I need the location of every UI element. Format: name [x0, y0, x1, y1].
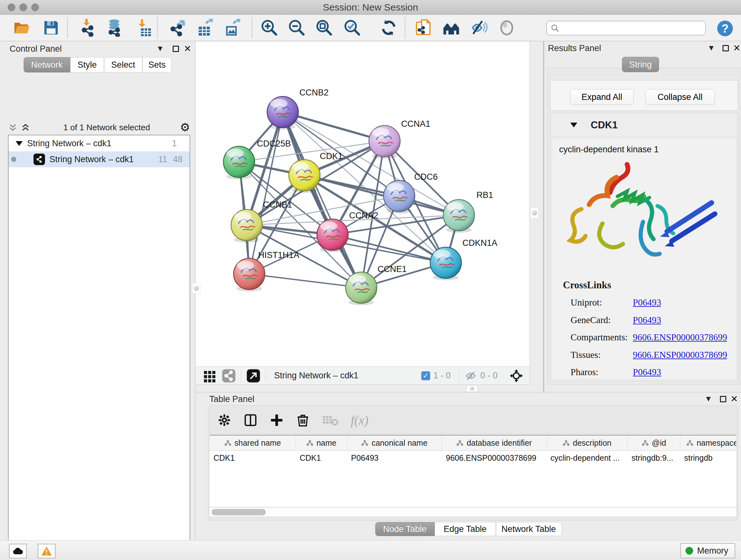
right-splitter-handle[interactable] — [530, 207, 539, 219]
add-column-icon[interactable] — [270, 413, 284, 427]
table-cell[interactable]: CDK1 — [296, 451, 347, 465]
grid-view-icon[interactable] — [203, 369, 217, 383]
gear-icon[interactable]: ⚙ — [180, 122, 190, 133]
table-panel-float-icon[interactable] — [720, 396, 726, 402]
network-node-CCNB1[interactable]: CCNB1 — [231, 200, 292, 243]
collapse-all-icon[interactable] — [8, 123, 17, 132]
table-row[interactable]: CDK1CDK1P064939606.ENSP00000378699cyclin… — [210, 451, 736, 465]
import-table-button[interactable] — [135, 19, 153, 37]
network-edge[interactable] — [283, 112, 361, 288]
network-node-CCNE1[interactable]: CCNE1 — [346, 264, 407, 305]
crosslink-value-link[interactable]: 9606.ENSP00000378699 — [633, 332, 727, 343]
tab-edge-table[interactable]: Edge Table — [434, 522, 496, 536]
show-all-button[interactable] — [442, 19, 460, 37]
hide-selected-button[interactable] — [470, 19, 488, 37]
column-header-database-identifier[interactable]: database identifier — [442, 435, 547, 450]
network-node-HIST1H1A[interactable]: HIST1H1A — [233, 250, 299, 292]
column-header-name[interactable]: name — [296, 435, 347, 450]
network-view-toolbar: String Network – cdk1 ✓ 1 - 0 0 - 0 — [196, 367, 530, 385]
crosshair-icon[interactable] — [509, 368, 524, 383]
left-splitter-handle[interactable] — [192, 283, 200, 294]
refresh-button[interactable] — [380, 19, 398, 37]
table-cell[interactable]: P06493 — [347, 451, 442, 465]
horizontal-splitter-handle[interactable] — [467, 385, 477, 392]
tab-string[interactable]: String — [622, 57, 659, 72]
results-panel-float-icon[interactable] — [723, 45, 729, 51]
crosslink-value-link[interactable]: P06493 — [633, 367, 661, 377]
tab-sets[interactable]: Sets — [142, 57, 172, 72]
column-header-description[interactable]: description — [547, 435, 628, 450]
tab-select[interactable]: Select — [104, 57, 142, 72]
show-hidden-button[interactable] — [498, 19, 516, 37]
network-collection-row[interactable]: String Network – cdk1 1 — [9, 135, 190, 151]
scrollbar-thumb[interactable] — [212, 509, 266, 515]
node-label: CDK1 — [320, 151, 343, 161]
network-canvas[interactable]: CCNB2CCNA1CDC25BCDK1CDC6RB1CCNB1CCNA2CDK… — [196, 42, 530, 367]
warnings-button[interactable] — [38, 544, 56, 558]
results-panel-title: Results Panel — [548, 44, 601, 53]
share-view-icon[interactable] — [222, 369, 236, 383]
zoom-selected-button[interactable] — [343, 19, 361, 37]
column-header-@id[interactable]: @id — [628, 435, 680, 450]
memory-button[interactable]: Memory — [680, 543, 735, 558]
tab-network[interactable]: Network — [23, 57, 70, 72]
select-columns-icon[interactable] — [244, 413, 258, 427]
search-box — [546, 21, 706, 36]
control-panel-close-icon[interactable]: ✕ — [184, 44, 191, 54]
column-header-shared-name[interactable]: shared name — [210, 435, 296, 450]
network-node-RB1[interactable]: RB1 — [443, 190, 493, 233]
network-node-CCNA1[interactable]: CCNA1 — [369, 119, 430, 159]
results-panel-close-icon[interactable]: ✕ — [733, 43, 740, 53]
tab-node-table[interactable]: Node Table — [375, 522, 434, 536]
tab-network-table[interactable]: Network Table — [496, 522, 562, 536]
zoom-out-button[interactable] — [288, 19, 306, 37]
table-panel-close-icon[interactable]: ✕ — [731, 394, 738, 404]
crosslink-value-link[interactable]: 9606.ENSP00000378699 — [633, 350, 727, 360]
open-session-button[interactable] — [13, 19, 30, 37]
table-cell[interactable]: stringdb:9... — [628, 451, 680, 465]
control-panel-float-icon[interactable] — [173, 46, 179, 52]
table-cell[interactable]: 9606.ENSP00000378699 — [442, 451, 547, 465]
help-button[interactable]: ? — [716, 19, 734, 37]
node-table[interactable]: shared namenamecanonical namedatabase id… — [210, 435, 736, 507]
cloud-button[interactable] — [9, 544, 27, 558]
control-panel-title: Control Panel — [10, 44, 62, 54]
crosslink-value-link[interactable]: P06493 — [633, 315, 661, 325]
collapse-all-button[interactable]: Collapse All — [645, 89, 715, 105]
table-horizontal-scrollbar[interactable] — [210, 507, 736, 516]
table-cell[interactable]: cyclin-dependent ... — [547, 451, 628, 465]
table-cell[interactable]: stringdb — [680, 451, 736, 465]
expand-all-button[interactable]: Expand All — [570, 89, 634, 105]
network-node-CDKN1A[interactable]: CDKN1A — [430, 238, 497, 280]
crosslink-value-link[interactable]: P06493 — [633, 297, 661, 308]
protein-collapse-icon[interactable] — [570, 123, 577, 127]
import-network-button[interactable] — [80, 19, 98, 37]
protein-section-header[interactable]: CDK1 — [550, 113, 738, 137]
table-panel-menu-icon[interactable]: ▼ — [704, 395, 712, 402]
search-input[interactable] — [562, 23, 701, 34]
zoom-fit-button[interactable] — [315, 19, 333, 37]
collection-expand-icon[interactable] — [16, 141, 23, 146]
table-gear-icon[interactable] — [217, 413, 231, 427]
selected-checkbox-icon[interactable]: ✓ — [421, 371, 430, 380]
delete-column-icon[interactable] — [296, 413, 310, 427]
expand-all-icon[interactable] — [21, 123, 30, 132]
control-panel-menu-icon[interactable]: ▼ — [156, 45, 164, 52]
column-header-canonical-name[interactable]: canonical name — [347, 435, 442, 450]
export-table-button[interactable] — [195, 19, 213, 37]
network-edge[interactable] — [249, 274, 361, 288]
network-edge[interactable] — [249, 112, 283, 274]
crosslink-row: Tissues:9606.ENSP00000378699 — [570, 350, 730, 360]
clone-network-button[interactable] — [415, 19, 433, 37]
zoom-in-button[interactable] — [260, 19, 278, 37]
tab-style[interactable]: Style — [70, 57, 104, 72]
network-row-selected[interactable]: String Network – cdk1 11 48 — [9, 151, 190, 167]
export-network-button[interactable] — [169, 19, 186, 37]
save-session-button[interactable] — [42, 19, 60, 37]
export-image-button[interactable] — [223, 19, 241, 37]
results-panel-menu-icon[interactable]: ▼ — [708, 44, 715, 52]
import-database-button[interactable] — [105, 19, 123, 37]
birdseye-icon[interactable] — [246, 369, 260, 383]
column-header-namespace[interactable]: namespace — [680, 435, 736, 450]
table-cell[interactable]: CDK1 — [210, 451, 296, 465]
